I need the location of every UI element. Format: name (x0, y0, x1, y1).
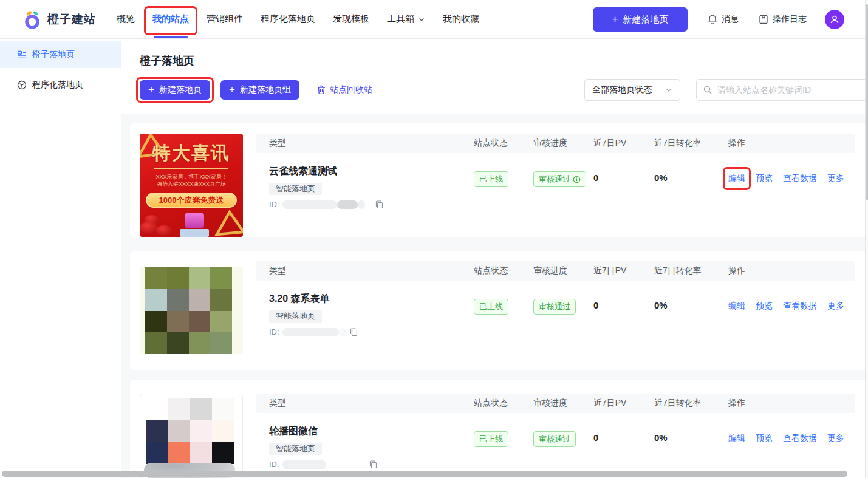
log-book-icon (758, 14, 769, 25)
more-link[interactable]: 更多 (827, 301, 844, 312)
page-title: 橙子落地页 (140, 53, 868, 68)
nav-favorites[interactable]: 我的收藏 (443, 0, 479, 39)
site-type-tag: 智能落地页 (269, 310, 322, 323)
pv-value: 0 (593, 425, 654, 443)
site-thumbnail[interactable] (140, 394, 243, 478)
table-row: 3.20 森系表单 智能落地页 ID: 已上线 审核通过 0 0% 编辑 预览 … (256, 293, 855, 336)
nav-overview[interactable]: 概览 (117, 0, 135, 39)
brand-name: 橙子建站 (47, 12, 96, 27)
sidebar-item-orange-landing-pages[interactable]: 橙子落地页 (0, 41, 121, 68)
nav-marketing-components[interactable]: 营销组件 (207, 0, 243, 39)
person-icon (829, 14, 840, 25)
nav-programmatic-pages[interactable]: 程序化落地页 (261, 0, 315, 39)
page-header-section: 橙子落地页 + 新建落地页 + 新建落地页组 站点回收站 全部落地页状态 (121, 39, 868, 114)
site-card: 特大喜讯 XXX乐家居，携手XXX家居！ 强势入驻XXXX康XXX具广场 100… (130, 123, 868, 237)
trash-icon (316, 85, 326, 95)
pv-value: 0 (593, 293, 654, 310)
copy-icon[interactable] (349, 327, 358, 336)
edit-link[interactable]: 编辑 (728, 433, 745, 444)
site-thumbnail[interactable]: 特大喜讯 XXX乐家居，携手XXX家居！ 强势入驻XXXX康XXX具广场 100… (140, 134, 243, 237)
toolbar: + 新建落地页 + 新建落地页组 站点回收站 全部落地页状态 (140, 77, 868, 103)
nav-toolbox[interactable]: 工具箱 (387, 0, 425, 39)
search-box (696, 79, 868, 101)
search-icon (703, 85, 713, 95)
status-badge: 已上线 (474, 431, 508, 447)
review-badge: 审核通过 (533, 431, 576, 447)
table-header: 类型站点状态审核进度近7日PV近7日转化率操作 (256, 394, 855, 413)
nav-active-underline (154, 36, 188, 38)
main-nav: 概览 我的站点 营销组件 程序化落地页 发现模板 工具箱 我的收藏 (117, 0, 479, 39)
new-landing-page-button[interactable]: + 新建落地页 (140, 80, 210, 100)
nav-my-sites[interactable]: 我的站点 (152, 0, 189, 39)
site-card: 类型站点状态审核进度近7日PV近7日转化率操作 3.20 森系表单 智能落地页 … (130, 251, 868, 370)
vertical-scrollbar-thumb[interactable] (866, 4, 868, 200)
status-badge: 已上线 (474, 299, 508, 315)
site-name: 3.20 森系表单 (269, 293, 474, 306)
site-recycle-bin-link[interactable]: 站点回收站 (316, 84, 372, 95)
plus-icon: + (612, 13, 618, 26)
review-badge: 审核通过 (533, 299, 576, 315)
conversion-value: 0% (654, 425, 728, 443)
review-badge: 审核通过 (533, 171, 586, 187)
status-badge: 已上线 (474, 171, 508, 187)
deco-triangle (213, 208, 243, 237)
table-header: 类型站点状态审核进度近7日PV近7日转化率操作 (256, 134, 855, 153)
thumbnail-mosaic (145, 267, 232, 354)
table-header: 类型站点状态审核进度近7日PV近7日转化率操作 (256, 261, 855, 281)
operation-log-button[interactable]: 操作日志 (758, 14, 807, 25)
conversion-value: 0% (654, 293, 728, 310)
preview-link[interactable]: 预览 (756, 433, 773, 444)
site-type-tag: 智能落地页 (269, 183, 322, 195)
edit-link[interactable]: 编辑 (728, 301, 745, 312)
site-thumbnail[interactable] (140, 267, 243, 354)
row-actions: 编辑 预览 查看数据 更多 (728, 165, 855, 184)
search-input[interactable] (717, 85, 861, 95)
table-row: 轮播图微信 智能落地页 ID: 已上线 审核通过 0 0% 编辑 预览 查看数据 (256, 425, 855, 469)
list-layout-icon (17, 50, 27, 60)
sidebar: 橙子落地页 程序化落地页 (0, 39, 121, 478)
new-landing-page-button-header[interactable]: + 新建落地页 (593, 7, 688, 32)
site-id-row: ID: (269, 327, 474, 336)
thumbnail-mosaic (146, 398, 234, 464)
conversion-value: 0% (654, 165, 728, 183)
new-landing-page-group-button[interactable]: + 新建落地页组 (220, 80, 299, 100)
copy-icon[interactable] (369, 460, 378, 469)
nav-discover-templates[interactable]: 发现模板 (333, 0, 369, 39)
chevron-down-icon (418, 16, 425, 23)
site-list: 特大喜讯 XXX乐家居，携手XXX家居！ 强势入驻XXXX康XXX具广场 100… (121, 114, 868, 478)
more-link[interactable]: 更多 (827, 433, 844, 444)
info-icon (573, 176, 581, 183)
plus-icon: + (229, 84, 235, 96)
view-data-link[interactable]: 查看数据 (783, 301, 817, 312)
site-name: 轮播图微信 (269, 425, 474, 438)
top-navbar: 橙子建站 概览 我的站点 营销组件 程序化落地页 发现模板 工具箱 我的收藏 +… (0, 0, 868, 39)
brand-logo[interactable]: 橙子建站 (22, 9, 96, 30)
site-type-tag: 智能落地页 (269, 443, 322, 455)
messages-button[interactable]: 消息 (707, 14, 739, 25)
row-actions: 编辑 预览 查看数据 更多 (728, 425, 855, 444)
table-row: 云雀线索通测试 智能落地页 ID: 已上线 审核通过 0 0% 编辑 预览 查看… (256, 165, 855, 209)
plus-icon: + (148, 84, 154, 96)
status-filter-select[interactable]: 全部落地页状态 (584, 79, 680, 101)
chevron-down-icon (665, 86, 672, 94)
pv-value: 0 (593, 165, 654, 183)
bell-icon (707, 14, 718, 25)
orange-site-logo-icon (22, 9, 43, 30)
package-icon (17, 80, 27, 90)
site-card: 类型站点状态审核进度近7日PV近7日转化率操作 轮播图微信 智能落地页 ID: … (130, 380, 868, 478)
view-data-link[interactable]: 查看数据 (783, 173, 817, 184)
horizontal-scrollbar-thumb[interactable] (2, 471, 847, 477)
site-id-row: ID: (269, 460, 474, 469)
site-name: 云雀线索通测试 (269, 165, 474, 178)
edit-link[interactable]: 编辑 (728, 173, 745, 184)
more-link[interactable]: 更多 (827, 173, 844, 184)
user-avatar[interactable] (825, 10, 844, 29)
copy-icon[interactable] (375, 200, 384, 209)
view-data-link[interactable]: 查看数据 (783, 433, 817, 444)
site-id-row: ID: (269, 200, 474, 209)
row-actions: 编辑 预览 查看数据 更多 (728, 293, 855, 312)
sidebar-item-programmatic-landing-pages[interactable]: 程序化落地页 (0, 72, 121, 98)
preview-link[interactable]: 预览 (756, 173, 773, 184)
preview-link[interactable]: 预览 (756, 301, 773, 312)
